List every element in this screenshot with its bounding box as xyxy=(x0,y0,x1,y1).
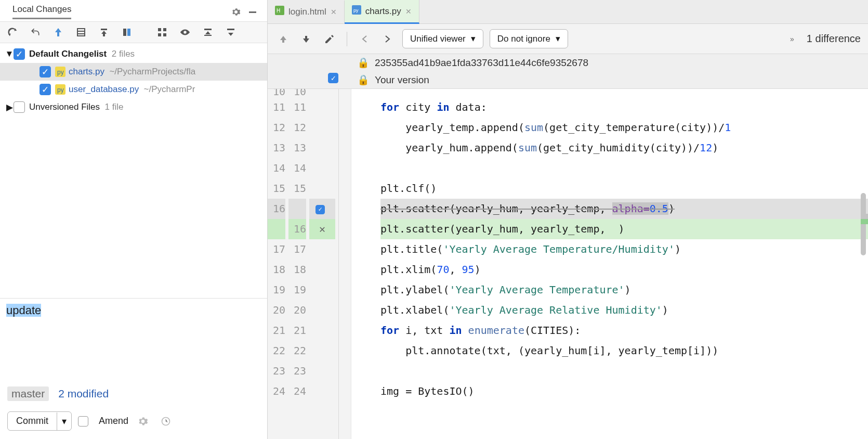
more-icon[interactable]: » xyxy=(785,32,799,46)
ignore-dropdown[interactable]: Do not ignore ▾ xyxy=(490,29,568,48)
close-icon[interactable]: ✕ xyxy=(331,8,337,16)
gear-icon[interactable] xyxy=(229,5,243,19)
chevron-down-icon[interactable]: ▼ xyxy=(5,50,14,58)
svg-rect-8 xyxy=(158,33,161,36)
line-checkbox[interactable]: ✓ xyxy=(315,205,325,214)
svg-text:H: H xyxy=(277,8,280,14)
tab-label: charts.py xyxy=(365,6,401,17)
expand-icon[interactable] xyxy=(201,25,215,40)
arrow-down-icon[interactable] xyxy=(299,32,313,46)
svg-rect-1 xyxy=(77,29,85,36)
minimize-icon[interactable] xyxy=(245,5,260,19)
changelist-checkbox[interactable]: ✓ xyxy=(14,48,25,60)
unversioned-label: Unversioned Files xyxy=(29,102,100,112)
checkin-icon[interactable] xyxy=(51,25,65,40)
select-all-checkbox[interactable]: ✓ xyxy=(328,73,338,83)
unversioned-count: 1 file xyxy=(105,102,124,112)
local-changes-panel: Local Changes ▼ ✓ Defaul xyxy=(0,0,268,439)
tab-login[interactable]: H login.html ✕ xyxy=(268,1,345,23)
lock-icon: 🔒 xyxy=(357,74,370,86)
file-row-userdb[interactable]: ✓ py user_database.py ~/PycharmPr xyxy=(0,81,267,98)
refresh-icon[interactable] xyxy=(5,25,20,40)
amend-checkbox[interactable] xyxy=(78,416,88,427)
commit-button[interactable]: Commit ▾ xyxy=(7,411,72,431)
diff-panel: H login.html ✕ py charts.py ✕ Unified vi… xyxy=(268,0,868,439)
amend-label: Amend xyxy=(99,416,128,427)
revision-hash: 235355ad41b9ae1fda33763d11e44c6fe9352678 xyxy=(375,57,588,69)
file-name: charts.py xyxy=(69,67,104,77)
changelist-count: 2 files xyxy=(112,49,135,59)
svg-text:py: py xyxy=(57,69,64,76)
scrollbar[interactable] xyxy=(861,193,866,255)
panel-title: Local Changes xyxy=(12,4,71,19)
rollback-icon[interactable] xyxy=(28,25,43,40)
file-path: ~/PycharmPr xyxy=(144,84,195,95)
diff-toolbar: Unified viewer ▾ Do not ignore ▾ » 1 dif… xyxy=(268,24,868,54)
gutter-left: 101112131415161718192021222324 xyxy=(268,89,288,439)
close-icon[interactable]: ✕ xyxy=(405,7,412,16)
python-file-icon: py xyxy=(352,5,361,17)
preview-icon[interactable] xyxy=(178,25,192,40)
changelist-icon[interactable] xyxy=(120,25,134,40)
svg-rect-4 xyxy=(123,29,126,36)
arrow-up-icon[interactable] xyxy=(276,32,291,46)
commit-dropdown-icon[interactable]: ▾ xyxy=(57,412,71,430)
python-file-icon: py xyxy=(55,84,65,95)
python-file-icon: py xyxy=(55,67,65,77)
viewer-dropdown[interactable]: Unified viewer ▾ xyxy=(402,29,483,48)
file-path: ~/PycharmProjects/fla xyxy=(109,67,195,77)
branch-chip[interactable]: master xyxy=(7,386,49,401)
tab-label: login.html xyxy=(288,7,326,17)
file-checkbox[interactable]: ✓ xyxy=(40,84,51,95)
gear-icon[interactable] xyxy=(136,414,150,429)
commit-message-text: update xyxy=(6,304,41,317)
file-name: user_database.py xyxy=(69,84,139,95)
diff-marker-added[interactable] xyxy=(861,219,868,224)
editor-tabs: H login.html ✕ py charts.py ✕ xyxy=(268,0,868,24)
collapse-icon[interactable] xyxy=(223,25,238,40)
tab-charts[interactable]: py charts.py ✕ xyxy=(345,0,419,24)
svg-text:py: py xyxy=(353,8,359,13)
shelve-icon[interactable] xyxy=(97,25,111,40)
code-content: for city in data: yearly_temp.append(sum… xyxy=(351,89,868,439)
chevron-down-icon: ▾ xyxy=(471,33,476,44)
svg-rect-9 xyxy=(163,33,166,36)
lock-icon: 🔒 xyxy=(357,57,370,69)
unversioned-row[interactable]: ▶ Unversioned Files 1 file xyxy=(0,98,267,116)
commit-message-input[interactable]: update xyxy=(0,298,267,381)
edit-icon[interactable] xyxy=(322,32,336,46)
chevron-down-icon: ▾ xyxy=(556,33,560,44)
html-file-icon: H xyxy=(275,6,284,18)
nav-forward-icon[interactable] xyxy=(380,32,395,46)
your-version-label: Your version xyxy=(375,74,429,86)
nav-back-icon[interactable] xyxy=(358,32,372,46)
svg-rect-0 xyxy=(249,11,256,13)
svg-rect-5 xyxy=(127,29,130,36)
chevron-right-icon[interactable]: ▶ xyxy=(5,103,14,111)
changelist-label: Default Changelist xyxy=(29,49,107,59)
history-icon[interactable] xyxy=(159,414,173,429)
changelist-default[interactable]: ▼ ✓ Default Changelist 2 files xyxy=(0,45,267,63)
modified-count[interactable]: 2 modified xyxy=(58,388,109,400)
close-icon[interactable]: ✕ xyxy=(319,223,325,235)
file-checkbox[interactable]: ✓ xyxy=(40,66,51,78)
unversioned-checkbox[interactable] xyxy=(14,101,25,113)
svg-text:py: py xyxy=(57,86,64,94)
svg-rect-6 xyxy=(158,28,161,31)
svg-rect-7 xyxy=(163,28,166,31)
diff-marker-deleted[interactable] xyxy=(861,214,868,219)
changes-tree: ▼ ✓ Default Changelist 2 files ✓ py char… xyxy=(0,43,267,298)
file-row-charts[interactable]: ✓ py charts.py ~/PycharmProjects/fla xyxy=(0,63,267,81)
diff-icon[interactable] xyxy=(74,25,88,40)
diff-count: 1 difference xyxy=(807,33,861,45)
code-diff-area[interactable]: 101112131415161718192021222324 101112131… xyxy=(268,89,868,439)
group-icon[interactable] xyxy=(155,25,169,40)
gutter-actions: ✓ ✕ xyxy=(309,89,338,439)
changes-toolbar xyxy=(0,22,267,43)
gutter-right: 101112131415161718192021222324 xyxy=(288,89,309,439)
